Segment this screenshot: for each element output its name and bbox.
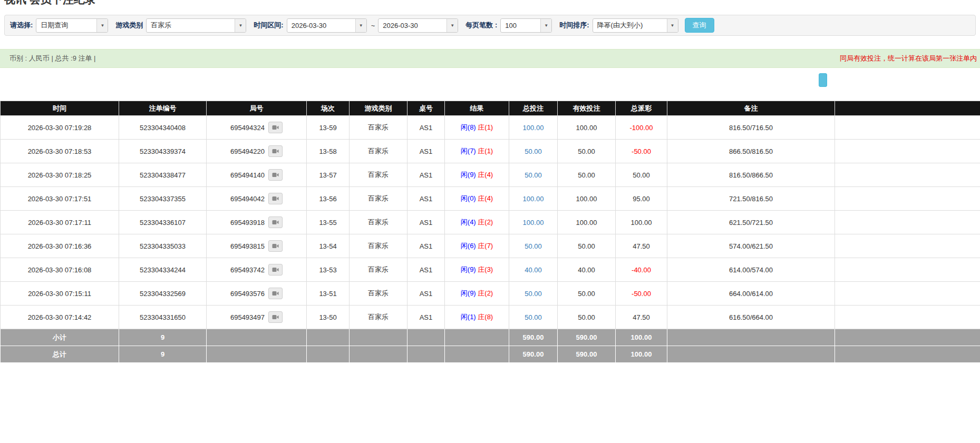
cell-empty	[350, 329, 407, 346]
cell-bet-id: 523304335033	[119, 234, 207, 258]
game-type-select[interactable]: 百家乐 ▼	[146, 18, 246, 33]
total-bet-link[interactable]: 100.00	[523, 124, 544, 132]
date-to-input[interactable]: 2026-03-30 ▼	[378, 18, 458, 33]
result-player: 闲(7)	[461, 147, 476, 155]
query-type-select[interactable]: 日期查询 ▼	[36, 18, 108, 33]
result-banker: 庄(2)	[478, 289, 493, 297]
chevron-down-icon[interactable]: ▼	[540, 19, 551, 32]
video-button[interactable]	[268, 169, 283, 181]
page-size-select[interactable]: 100 ▼	[500, 18, 552, 33]
date-from-value: 2026-03-30	[287, 19, 355, 32]
table-row: 2026-03-30 07:18:25523304338477695494140…	[1, 163, 980, 187]
result-player: 闲(6)	[461, 242, 476, 250]
chevron-down-icon[interactable]: ▼	[447, 19, 458, 32]
video-button[interactable]	[268, 240, 283, 252]
total-bet-link[interactable]: 50.00	[525, 242, 542, 250]
video-icon	[272, 220, 279, 225]
result-player: 闲(4)	[461, 218, 476, 226]
cell-total-bet: 50.00	[509, 306, 558, 329]
total-bet-link[interactable]: 40.00	[525, 266, 542, 274]
cell-bet-id: 523304339374	[119, 140, 207, 163]
subtotal-payout: 100.00	[616, 329, 667, 346]
total-bet-link[interactable]: 50.00	[525, 290, 542, 298]
cell-valid-bet: 40.00	[558, 258, 616, 282]
cell-time: 2026-03-30 07:17:11	[1, 211, 119, 234]
video-button[interactable]	[268, 193, 283, 204]
cell-time: 2026-03-30 07:18:25	[1, 163, 119, 187]
pagination-button[interactable]	[819, 73, 827, 87]
cell-empty	[667, 329, 835, 346]
cell-empty	[835, 329, 980, 346]
cell-table-no: AS1	[407, 258, 445, 282]
video-button[interactable]	[268, 216, 283, 228]
table-row: 2026-03-30 07:19:28523304340408695494324…	[1, 116, 980, 140]
result-player: 闲(8)	[461, 123, 476, 131]
chevron-down-icon[interactable]: ▼	[96, 19, 108, 32]
date-from-input[interactable]: 2026-03-30 ▼	[287, 18, 367, 33]
payout-value: -50.00	[632, 147, 651, 155]
cell-game-type: 百家乐	[350, 234, 407, 258]
total-bet-link[interactable]: 50.00	[525, 147, 542, 155]
cell-note: 866.50/816.50	[667, 140, 835, 163]
header-valid-bet: 有效投注	[558, 101, 616, 116]
game-type-value: 百家乐	[147, 19, 235, 32]
video-button[interactable]	[268, 145, 283, 157]
cell-valid-bet: 100.00	[558, 211, 616, 234]
page-size-label: 每页笔数 :	[465, 21, 497, 30]
query-button[interactable]: 查询	[685, 18, 714, 33]
result-player: 闲(0)	[461, 194, 476, 202]
cell-round-id: 695493815	[207, 234, 307, 258]
cell-result: 闲(9) 庄(2)	[445, 282, 509, 306]
time-sort-label: 时间排序:	[559, 21, 589, 30]
time-sort-select[interactable]: 降幂(由大到小) ▼	[593, 18, 678, 33]
result-player: 闲(9)	[461, 265, 476, 273]
cell-table-no: AS1	[407, 211, 445, 234]
cell-valid-bet: 50.00	[558, 306, 616, 329]
total-bet-link[interactable]: 100.00	[523, 219, 544, 227]
cell-bet-id: 523304331650	[119, 306, 207, 329]
header-game-type: 游戏类别	[350, 101, 407, 116]
video-icon	[272, 125, 279, 130]
round-number: 695493742	[230, 266, 265, 274]
chevron-down-icon[interactable]: ▼	[667, 19, 678, 32]
cell-note: 816.50/866.50	[667, 163, 835, 187]
result-banker: 庄(8)	[478, 313, 493, 321]
video-button[interactable]	[268, 264, 283, 275]
chevron-down-icon[interactable]: ▼	[235, 19, 246, 32]
cell-note: 816.50/716.50	[667, 116, 835, 140]
subtotal-valid-bet: 590.00	[558, 329, 616, 346]
total-label: 总计	[1, 346, 119, 363]
cell-extra	[835, 116, 980, 140]
cell-time: 2026-03-30 07:16:36	[1, 234, 119, 258]
summary-bar: 币别 : 人民币 | 总共 :9 注单 | 同局有效投注，统一计算在该局第一张注…	[0, 49, 980, 68]
payout-value: -100.00	[629, 124, 653, 132]
video-button[interactable]	[268, 122, 283, 133]
query-type-label: 请选择:	[10, 21, 33, 30]
video-button[interactable]	[268, 311, 283, 323]
cell-game-type: 百家乐	[350, 258, 407, 282]
total-count: 9	[119, 346, 207, 363]
cell-result: 闲(1) 庄(8)	[445, 306, 509, 329]
cell-extra	[835, 258, 980, 282]
video-button[interactable]	[268, 288, 283, 299]
result-player: 闲(1)	[461, 313, 476, 321]
video-icon	[272, 243, 279, 249]
result-banker: 庄(7)	[478, 242, 493, 250]
cell-valid-bet: 50.00	[558, 234, 616, 258]
table-row: 2026-03-30 07:17:51523304337355695494042…	[1, 187, 980, 211]
cell-note: 614.00/574.00	[667, 258, 835, 282]
cell-extra	[835, 306, 980, 329]
cell-result: 闲(0) 庄(4)	[445, 187, 509, 211]
total-bet-link[interactable]: 50.00	[525, 313, 542, 321]
cell-table-no: AS1	[407, 282, 445, 306]
total-valid-bet: 590.00	[558, 346, 616, 363]
cell-session: 13-50	[307, 306, 350, 329]
total-bet-link[interactable]: 50.00	[525, 171, 542, 179]
cell-extra	[835, 163, 980, 187]
cell-total-bet: 100.00	[509, 211, 558, 234]
chevron-down-icon[interactable]: ▼	[355, 19, 366, 32]
total-bet-link[interactable]: 100.00	[523, 195, 544, 203]
result-banker: 庄(1)	[478, 147, 493, 155]
cell-round-id: 695493918	[207, 211, 307, 234]
cell-extra	[835, 282, 980, 306]
